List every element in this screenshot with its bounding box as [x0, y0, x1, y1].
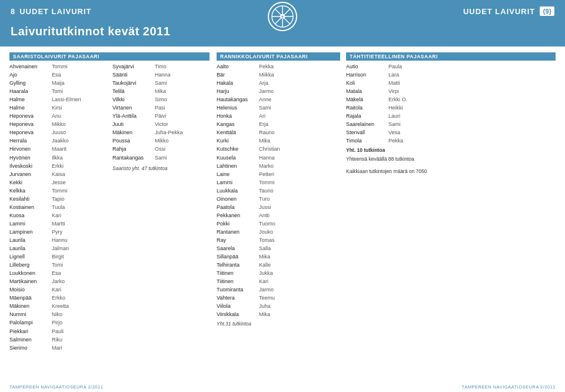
name-last: Rajala: [346, 112, 387, 120]
name-first: Miikka: [259, 71, 274, 79]
name-first: Esa: [52, 270, 61, 277]
name-first: Maija: [52, 79, 65, 87]
list-item: AhvenainenTommi: [9, 63, 107, 71]
name-last: Palolampi: [9, 319, 51, 327]
name-first: Jussi: [259, 204, 271, 211]
name-first: Esa: [52, 71, 61, 79]
name-first: Martti: [52, 220, 65, 228]
list-item: ViinikkalaMika: [217, 311, 340, 318]
name-last: Rahja: [112, 145, 154, 153]
list-item: HakalaArja: [217, 79, 340, 87]
list-item: SalminenRiku: [9, 336, 107, 344]
list-item: Ylä-AnttilaPäivi: [112, 112, 210, 120]
name-last: Saarela: [217, 245, 258, 253]
list-item: HonkaAri: [217, 112, 340, 120]
name-first: Riku: [52, 336, 62, 344]
name-last: Halme: [9, 104, 51, 112]
name-first: Matti: [388, 79, 400, 87]
list-item: RahjaOssi: [112, 145, 210, 153]
name-last: Kuusela: [217, 154, 258, 162]
list-item: SillanpääMika: [217, 253, 340, 261]
name-last: Kenttälä: [217, 129, 258, 137]
name-first: Marko: [259, 162, 274, 170]
name-first: Erkki: [52, 162, 64, 170]
name-first: Sami: [155, 154, 167, 162]
rannikko-header: RANNIKKOLAIVURIT PAJASAARI: [217, 52, 340, 61]
name-last: Taukojärvi: [112, 79, 154, 87]
list-item: JuutiVictor: [112, 121, 210, 128]
list-item: RajalaLauri: [346, 112, 556, 120]
name-first: Maarit: [52, 145, 67, 153]
name-last: Hakala: [217, 79, 258, 87]
name-first: Jesse: [52, 179, 66, 187]
name-last: Piekkari: [9, 328, 51, 335]
name-first: Mikko: [155, 137, 169, 145]
name-last: Salminen: [9, 336, 51, 344]
name-first: Kari: [52, 286, 61, 294]
list-item: KuuselaHanna: [217, 154, 340, 162]
name-first: Jarko: [52, 278, 65, 285]
list-item: HarrisonLara: [346, 71, 556, 79]
name-first: Jukka: [259, 270, 273, 277]
name-first: Jaakko: [52, 137, 69, 145]
name-first: Mika: [259, 137, 270, 145]
name-first: Ilkka: [52, 154, 63, 162]
name-first: Mikko: [52, 121, 66, 128]
name-first: Birgit: [52, 253, 64, 261]
svg-text:T: T: [281, 15, 284, 19]
footer-right: TAMPEREEN NAVIGAATIOSEURA 2/2011: [462, 384, 556, 390]
name-last: Säänti: [112, 71, 154, 79]
name-last: Lahtinen: [217, 162, 258, 170]
list-item: KoliMatti: [346, 79, 556, 87]
header: 8 UUDET LAIVURIT T UUDET LAIVURIT {9}: [0, 0, 565, 22]
name-last: Stenvall: [346, 129, 387, 137]
name-last: Sierimo: [9, 344, 51, 352]
name-last: Mäkinen: [9, 303, 51, 310]
list-item: MäkinenKreetta: [9, 303, 107, 310]
name-first: Kirsi: [52, 104, 62, 112]
name-first: Jouko: [259, 228, 273, 236]
list-item: SierimoMari: [9, 344, 107, 352]
name-first: Turo: [259, 195, 270, 203]
saaristo-names-col2: SyvajärviTimoSääntiHannaTaukojärviSamiTe…: [112, 63, 210, 162]
name-first: Erkki O.: [388, 96, 407, 104]
name-last: Nummi: [9, 311, 51, 318]
name-last: Ilveskoski: [9, 162, 51, 170]
name-first: Lara: [388, 71, 399, 79]
name-last: Martikainen: [9, 278, 51, 285]
list-item: MäenpääErkko: [9, 294, 107, 302]
saaristo-names-col1: AhvenainenTommiAjoEsaGyllingMaijaHaarala…: [9, 63, 107, 352]
name-last: Hyvönen: [9, 154, 51, 162]
name-first: Juha-Pekka: [155, 129, 183, 137]
name-last: Timola: [346, 137, 387, 145]
name-first: Pauli: [52, 328, 64, 335]
name-last: Heponeva: [9, 129, 51, 137]
name-last: Raitola: [346, 104, 387, 112]
name-first: Kaisa: [52, 171, 65, 178]
list-item: LainePetteri: [217, 171, 340, 178]
list-item: RayTomas: [217, 237, 340, 244]
name-last: Laurila: [9, 237, 51, 244]
name-last: Jurvanen: [9, 171, 51, 178]
list-item: ViilolaJuha: [217, 303, 340, 310]
name-last: Kekki: [9, 179, 51, 187]
saaristo-cols: AhvenainenTommiAjoEsaGyllingMaijaHaarala…: [9, 63, 210, 352]
tahtitieteellinen-header: TÄHTITIETEELLINEN PAJASAARI: [346, 52, 556, 61]
name-last: Oinonen: [217, 195, 258, 203]
name-first: Rauno: [259, 129, 275, 137]
list-item: KangasErja: [217, 121, 340, 128]
saaristo-note: Saaristo yht. 47 tutkintoa: [112, 165, 210, 171]
tahtitieteellinen-section: TÄHTITIETEELLINEN PAJASAARI AutioPaulaHa…: [346, 52, 556, 327]
name-first: Tuomo: [259, 220, 275, 228]
name-first: Pasi: [155, 104, 165, 112]
name-last: Paatola: [217, 204, 258, 211]
name-last: Aalto: [217, 63, 258, 71]
rannikko-names: AaltoPekkaBärMiikkaHakalaArjaHarjuJarmoH…: [217, 63, 340, 318]
list-item: NummiNiko: [9, 311, 107, 318]
name-first: Anu: [52, 112, 61, 120]
rannikko-note: Yht.31 tutkintoa: [217, 321, 340, 327]
list-item: LillebergTomi: [9, 261, 107, 269]
header-title-left: UUDET LAIVURIT: [19, 7, 91, 16]
list-item: TimolaPekka: [346, 137, 556, 145]
name-first: Erja: [259, 121, 268, 128]
